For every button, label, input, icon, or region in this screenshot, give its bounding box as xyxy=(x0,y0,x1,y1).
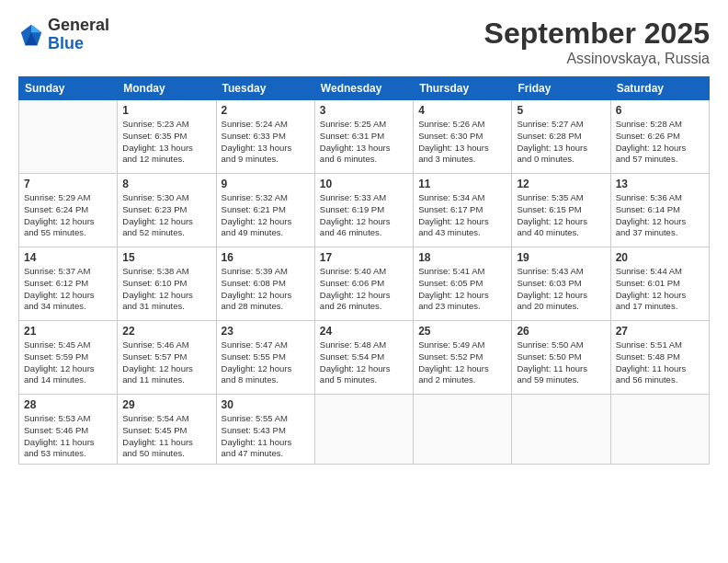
day-info: Sunrise: 5:24 AMSunset: 6:33 PMDaylight:… xyxy=(222,119,310,166)
calendar-cell: 15Sunrise: 5:38 AMSunset: 6:10 PMDayligh… xyxy=(118,247,216,321)
day-info: Sunrise: 5:53 AMSunset: 5:46 PMDaylight:… xyxy=(24,413,112,460)
day-info: Sunrise: 5:28 AMSunset: 6:26 PMDaylight:… xyxy=(616,119,704,166)
calendar-header: SundayMondayTuesdayWednesdayThursdayFrid… xyxy=(19,77,710,100)
calendar-cell xyxy=(610,395,709,465)
calendar-cell: 8Sunrise: 5:30 AMSunset: 6:23 PMDaylight… xyxy=(118,174,216,247)
day-info: Sunrise: 5:55 AMSunset: 5:43 PMDaylight:… xyxy=(222,413,310,460)
location: Assinovskaya, Russia xyxy=(484,51,710,67)
calendar-cell: 21Sunrise: 5:45 AMSunset: 5:59 PMDayligh… xyxy=(19,321,118,395)
day-info: Sunrise: 5:25 AMSunset: 6:31 PMDaylight:… xyxy=(320,119,408,166)
header-day-wednesday: Wednesday xyxy=(314,77,413,100)
day-number: 26 xyxy=(517,325,605,338)
day-info: Sunrise: 5:32 AMSunset: 6:21 PMDaylight:… xyxy=(222,192,310,239)
day-number: 17 xyxy=(320,251,408,264)
header-day-friday: Friday xyxy=(512,77,610,100)
day-info: Sunrise: 5:27 AMSunset: 6:28 PMDaylight:… xyxy=(517,119,605,166)
day-info: Sunrise: 5:30 AMSunset: 6:23 PMDaylight:… xyxy=(122,192,210,239)
calendar-cell: 4Sunrise: 5:26 AMSunset: 6:30 PMDaylight… xyxy=(414,100,512,174)
day-info: Sunrise: 5:39 AMSunset: 6:08 PMDaylight:… xyxy=(222,266,310,313)
day-number: 24 xyxy=(320,325,408,338)
calendar-cell: 23Sunrise: 5:47 AMSunset: 5:55 PMDayligh… xyxy=(216,321,314,395)
calendar-week-4: 21Sunrise: 5:45 AMSunset: 5:59 PMDayligh… xyxy=(19,321,710,395)
day-info: Sunrise: 5:49 AMSunset: 5:52 PMDaylight:… xyxy=(418,339,506,386)
calendar-week-5: 28Sunrise: 5:53 AMSunset: 5:46 PMDayligh… xyxy=(19,395,710,465)
day-info: Sunrise: 5:34 AMSunset: 6:17 PMDaylight:… xyxy=(418,192,506,239)
day-info: Sunrise: 5:37 AMSunset: 6:12 PMDaylight:… xyxy=(24,266,112,313)
calendar-cell: 1Sunrise: 5:23 AMSunset: 6:35 PMDaylight… xyxy=(118,100,216,174)
day-number: 30 xyxy=(222,398,310,411)
calendar-cell: 13Sunrise: 5:36 AMSunset: 6:14 PMDayligh… xyxy=(610,174,709,247)
calendar-cell: 30Sunrise: 5:55 AMSunset: 5:43 PMDayligh… xyxy=(216,395,314,465)
day-info: Sunrise: 5:36 AMSunset: 6:14 PMDaylight:… xyxy=(616,192,704,239)
day-info: Sunrise: 5:38 AMSunset: 6:10 PMDaylight:… xyxy=(122,266,210,313)
day-number: 20 xyxy=(616,251,704,264)
day-number: 14 xyxy=(24,251,112,264)
calendar-body: 1Sunrise: 5:23 AMSunset: 6:35 PMDaylight… xyxy=(19,100,710,465)
calendar-cell: 19Sunrise: 5:43 AMSunset: 6:03 PMDayligh… xyxy=(512,247,610,321)
day-info: Sunrise: 5:44 AMSunset: 6:01 PMDaylight:… xyxy=(616,266,704,313)
header-row: SundayMondayTuesdayWednesdayThursdayFrid… xyxy=(19,77,710,100)
day-number: 21 xyxy=(24,325,112,338)
calendar-cell: 25Sunrise: 5:49 AMSunset: 5:52 PMDayligh… xyxy=(414,321,512,395)
calendar-cell: 27Sunrise: 5:51 AMSunset: 5:48 PMDayligh… xyxy=(610,321,709,395)
day-number: 27 xyxy=(616,325,704,338)
day-number: 18 xyxy=(418,251,506,264)
day-info: Sunrise: 5:54 AMSunset: 5:45 PMDaylight:… xyxy=(122,413,210,460)
calendar-cell xyxy=(512,395,610,465)
calendar-cell: 22Sunrise: 5:46 AMSunset: 5:57 PMDayligh… xyxy=(118,321,216,395)
calendar-cell: 2Sunrise: 5:24 AMSunset: 6:33 PMDaylight… xyxy=(216,100,314,174)
calendar-cell: 11Sunrise: 5:34 AMSunset: 6:17 PMDayligh… xyxy=(414,174,512,247)
svg-marker-1 xyxy=(31,25,41,32)
day-info: Sunrise: 5:26 AMSunset: 6:30 PMDaylight:… xyxy=(418,119,506,166)
logo: General Blue xyxy=(18,17,109,53)
calendar-cell: 29Sunrise: 5:54 AMSunset: 5:45 PMDayligh… xyxy=(118,395,216,465)
day-number: 6 xyxy=(616,104,704,117)
day-info: Sunrise: 5:40 AMSunset: 6:06 PMDaylight:… xyxy=(320,266,408,313)
day-number: 9 xyxy=(222,178,310,190)
header-day-sunday: Sunday xyxy=(19,77,118,100)
day-number: 7 xyxy=(24,178,112,190)
logo-general: General xyxy=(48,17,109,35)
calendar-cell: 12Sunrise: 5:35 AMSunset: 6:15 PMDayligh… xyxy=(512,174,610,247)
day-number: 11 xyxy=(418,178,506,190)
day-number: 3 xyxy=(320,104,408,117)
month-title: September 2025 xyxy=(484,17,710,51)
day-info: Sunrise: 5:50 AMSunset: 5:50 PMDaylight:… xyxy=(517,339,605,386)
calendar-cell: 24Sunrise: 5:48 AMSunset: 5:54 PMDayligh… xyxy=(314,321,413,395)
header-day-monday: Monday xyxy=(118,77,216,100)
calendar-week-2: 7Sunrise: 5:29 AMSunset: 6:24 PMDaylight… xyxy=(19,174,710,247)
day-info: Sunrise: 5:48 AMSunset: 5:54 PMDaylight:… xyxy=(320,339,408,386)
calendar-cell: 10Sunrise: 5:33 AMSunset: 6:19 PMDayligh… xyxy=(314,174,413,247)
day-number: 8 xyxy=(122,178,210,190)
calendar-table: SundayMondayTuesdayWednesdayThursdayFrid… xyxy=(18,76,710,465)
page: General Blue September 2025 Assinovskaya… xyxy=(0,0,728,563)
title-block: September 2025 Assinovskaya, Russia xyxy=(484,17,710,67)
calendar-cell: 16Sunrise: 5:39 AMSunset: 6:08 PMDayligh… xyxy=(216,247,314,321)
calendar-cell: 17Sunrise: 5:40 AMSunset: 6:06 PMDayligh… xyxy=(314,247,413,321)
day-number: 23 xyxy=(222,325,310,338)
calendar-week-1: 1Sunrise: 5:23 AMSunset: 6:35 PMDaylight… xyxy=(19,100,710,174)
calendar-cell: 3Sunrise: 5:25 AMSunset: 6:31 PMDaylight… xyxy=(314,100,413,174)
day-number: 28 xyxy=(24,398,112,411)
logo-text: General Blue xyxy=(48,17,109,53)
day-number: 15 xyxy=(122,251,210,264)
calendar-week-3: 14Sunrise: 5:37 AMSunset: 6:12 PMDayligh… xyxy=(19,247,710,321)
day-info: Sunrise: 5:43 AMSunset: 6:03 PMDaylight:… xyxy=(517,266,605,313)
day-number: 13 xyxy=(616,178,704,190)
day-number: 10 xyxy=(320,178,408,190)
day-info: Sunrise: 5:51 AMSunset: 5:48 PMDaylight:… xyxy=(616,339,704,386)
calendar-cell: 6Sunrise: 5:28 AMSunset: 6:26 PMDaylight… xyxy=(610,100,709,174)
day-number: 29 xyxy=(122,398,210,411)
day-info: Sunrise: 5:29 AMSunset: 6:24 PMDaylight:… xyxy=(24,192,112,239)
day-number: 19 xyxy=(517,251,605,264)
day-info: Sunrise: 5:41 AMSunset: 6:05 PMDaylight:… xyxy=(418,266,506,313)
calendar-cell: 26Sunrise: 5:50 AMSunset: 5:50 PMDayligh… xyxy=(512,321,610,395)
calendar-cell: 18Sunrise: 5:41 AMSunset: 6:05 PMDayligh… xyxy=(414,247,512,321)
calendar-cell: 28Sunrise: 5:53 AMSunset: 5:46 PMDayligh… xyxy=(19,395,118,465)
day-info: Sunrise: 5:35 AMSunset: 6:15 PMDaylight:… xyxy=(517,192,605,239)
day-number: 16 xyxy=(222,251,310,264)
header: General Blue September 2025 Assinovskaya… xyxy=(18,17,710,67)
day-number: 5 xyxy=(517,104,605,117)
logo-blue: Blue xyxy=(48,35,109,53)
day-info: Sunrise: 5:45 AMSunset: 5:59 PMDaylight:… xyxy=(24,339,112,386)
